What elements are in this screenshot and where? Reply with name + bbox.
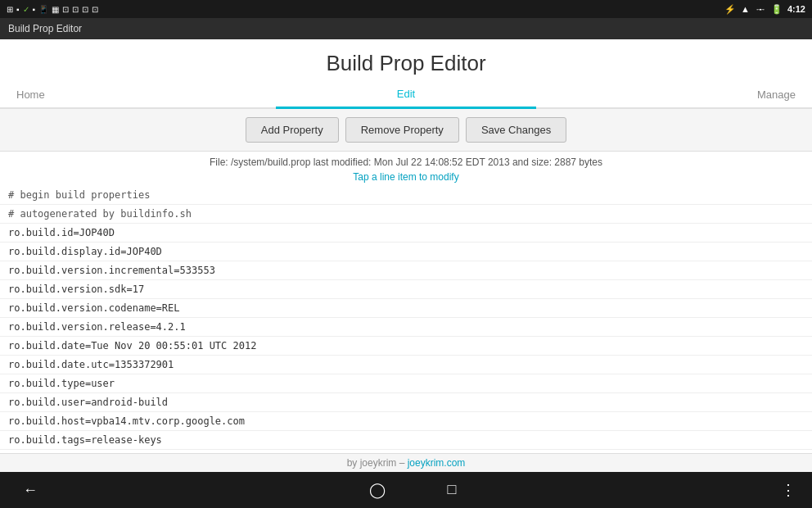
navigation-bar: ← ◯ □ ⋮ [0, 472, 812, 508]
list-item[interactable]: ro.build.type=user [0, 374, 812, 393]
app-icon-8: ⊡ [82, 5, 88, 14]
app-icon-2: ▪ [16, 5, 20, 14]
list-item[interactable]: ro.build.date.utc=1353372901 [0, 356, 812, 374]
checkmark-icon: ✓ [23, 5, 29, 14]
list-item[interactable]: ro.build.tags=release-keys [0, 431, 812, 450]
properties-list: # begin build properties# autogenerated … [0, 186, 812, 453]
list-item[interactable]: ro.build.version.incremental=533553 [0, 261, 812, 280]
title-bar-label: Build Prop Editor [8, 23, 82, 34]
file-info: File: /system/build.prop last modified: … [0, 152, 812, 170]
status-bar: ⊞ ▪ ✓ ▪ 📱 ▦ ⊡ ⊡ ⊡ ⊡ ⚡ ▲ 🔋 4:12 [0, 0, 812, 18]
app-icon-1: ⊞ [7, 5, 13, 14]
app-title: Build Prop Editor [0, 39, 812, 81]
wifi-icon [755, 4, 766, 14]
status-right-icons: ⚡ ▲ 🔋 4:12 [724, 4, 805, 15]
footer-link[interactable]: joeykrim.com [408, 457, 466, 469]
list-item[interactable]: # begin build properties [0, 186, 812, 205]
tab-manage[interactable]: Manage [536, 82, 796, 107]
bluetooth-icon: ⚡ [724, 4, 736, 15]
signal-icon: ▲ [741, 4, 750, 14]
list-item[interactable]: ro.build.version.release=4.2.1 [0, 318, 812, 337]
clock: 4:12 [787, 4, 805, 14]
save-changes-button[interactable]: Save Changes [466, 117, 566, 143]
nav-tabs: Home Edit Manage [0, 81, 812, 109]
list-item[interactable]: ro.build.version.codename=REL [0, 299, 812, 318]
list-item[interactable]: ro.build.date=Tue Nov 20 00:55:01 UTC 20… [0, 337, 812, 356]
list-item[interactable]: ro.build.display.id=JOP40D [0, 243, 812, 261]
list-item[interactable]: ro.build.version.sdk=17 [0, 280, 812, 299]
tab-home[interactable]: Home [16, 82, 276, 107]
app-icon-6: ⊡ [62, 5, 69, 14]
footer-text: by joeykrim – [347, 457, 408, 469]
toolbar: Add Property Remove Property Save Change… [0, 109, 812, 152]
back-button[interactable]: ← [16, 479, 44, 502]
menu-button[interactable]: ⋮ [781, 481, 796, 499]
app-container: Build Prop Editor Home Edit Manage Add P… [0, 39, 812, 472]
nav-center-buttons: ◯ □ [363, 478, 463, 502]
footer: by joeykrim – joeykrim.com [0, 453, 812, 472]
remove-property-button[interactable]: Remove Property [345, 117, 459, 143]
title-bar: Build Prop Editor [0, 18, 812, 39]
app-icon-9: ⊡ [92, 5, 98, 14]
list-item[interactable]: ro.build.host=vpba14.mtv.corp.google.com [0, 412, 812, 431]
app-icon-3: ▪ [33, 5, 36, 14]
list-item[interactable]: ro.build.id=JOP40D [0, 224, 812, 243]
battery-icon: 🔋 [771, 4, 783, 15]
tap-hint: Tap a line item to modify [0, 170, 812, 186]
tab-edit[interactable]: Edit [276, 81, 535, 109]
recents-button[interactable]: □ [441, 478, 463, 502]
list-item[interactable]: # autogenerated by buildinfo.sh [0, 205, 812, 224]
app-icon-5: ▦ [52, 5, 59, 14]
list-item[interactable]: ro.build.user=android-build [0, 393, 812, 412]
app-icon-4: 📱 [38, 5, 48, 14]
status-left-icons: ⊞ ▪ ✓ ▪ 📱 ▦ ⊡ ⊡ ⊡ ⊡ [7, 5, 98, 14]
app-icon-7: ⊡ [72, 5, 79, 14]
add-property-button[interactable]: Add Property [246, 117, 339, 143]
home-button[interactable]: ◯ [363, 478, 392, 502]
